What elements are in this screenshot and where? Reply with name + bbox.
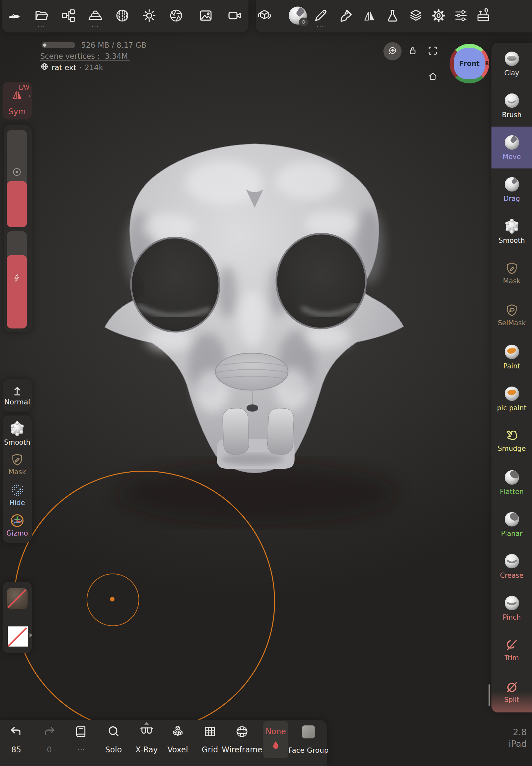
object-vertex-count: 214k [85, 63, 103, 72]
normal-mode-button[interactable]: Normal [3, 379, 32, 412]
falloff-panel [3, 582, 32, 653]
interface-sliders-icon[interactable] [453, 8, 468, 24]
grid-icon [203, 724, 217, 739]
files-folder-icon[interactable] [34, 8, 49, 24]
tool-label: Clay [504, 69, 519, 77]
tool-drag[interactable]: Drag [491, 168, 532, 210]
object-separator: · [79, 63, 81, 72]
paint-tool-icon [503, 343, 521, 361]
quick-tool-gizmo[interactable]: Gizmo [3, 510, 32, 540]
pinch-tool-icon [503, 595, 521, 612]
tool-move[interactable]: Move [491, 127, 532, 168]
snapshot-magnifier-button[interactable] [383, 42, 402, 60]
tool-smudge[interactable]: Smudge [491, 420, 532, 461]
tool-label: Smudge [498, 445, 526, 453]
topology-flask-icon[interactable] [385, 8, 400, 24]
vertices-value: 3.34M [105, 52, 128, 60]
quick-tool-mask[interactable]: Mask [3, 449, 32, 479]
intensity-bolt-icon [13, 273, 21, 283]
tool-brush[interactable]: Brush [491, 85, 532, 127]
material-paintbrush-icon[interactable] [338, 8, 353, 24]
lock-view-icon[interactable] [407, 45, 418, 57]
view-orientation-gizmo[interactable]: Front R [450, 44, 489, 83]
pic-paint-tool-icon [503, 385, 521, 403]
toolbox-icon[interactable] [476, 8, 491, 24]
face-group-button[interactable]: Face Group [286, 724, 331, 754]
planar-tool-icon [503, 511, 521, 529]
clay-tool-icon [503, 50, 521, 68]
tool-clay[interactable]: Clay [491, 43, 532, 85]
redo-icon [42, 724, 56, 739]
normal-arrow-icon [11, 385, 23, 397]
falloff-texture-thumb[interactable] [8, 626, 28, 647]
tool-settings-badge-icon[interactable] [299, 18, 308, 26]
wireframe-sphere-icon [40, 62, 49, 72]
home-view-icon[interactable] [428, 71, 438, 83]
stroke-pencil-icon[interactable] [313, 8, 328, 24]
active-tool-move-icon[interactable] [288, 6, 308, 27]
tool-label: Planar [501, 530, 522, 538]
tool-planar[interactable]: Planar [491, 503, 532, 545]
sym-lw-badge: L/W [19, 84, 29, 91]
falloff-expand-arrow[interactable] [30, 633, 32, 638]
intensity-slider-thumb[interactable] [7, 255, 27, 328]
normal-label: Normal [4, 398, 30, 406]
selmask-tool-icon [504, 303, 519, 318]
sidebar-scrollbar[interactable] [489, 684, 490, 706]
symmetry-mirror-icon[interactable] [362, 8, 376, 24]
tool-sidebar: Clay Brush Move Drag Smooth Mask SelMask… [491, 43, 532, 712]
tool-label: Smooth [499, 237, 525, 244]
tool-mask[interactable]: Mask [491, 252, 532, 294]
more-label: ··· [78, 745, 85, 754]
undo-icon [9, 724, 23, 739]
hide-dots-icon [9, 482, 25, 498]
tool-label: Flatten [500, 488, 524, 496]
tool-smooth[interactable]: Smooth [491, 210, 532, 252]
symmetry-panel[interactable]: L/W › Sym [3, 82, 32, 119]
tool-label: Trim [504, 654, 519, 662]
front-face[interactable]: Front [454, 48, 485, 79]
tool-selmask[interactable]: SelMask [491, 294, 532, 336]
selected-object-row[interactable]: rat ext · 214k [40, 62, 103, 72]
matcap-sphere-icon[interactable] [115, 8, 130, 24]
object-name: rat ext [52, 63, 76, 72]
paint-drop-icon [270, 739, 282, 751]
background-image-icon[interactable] [198, 8, 213, 24]
face-group-chip-icon [302, 725, 315, 738]
front-label: Front [459, 60, 480, 67]
quick-tool-hide[interactable]: Hide [3, 479, 32, 510]
radius-slider-thumb[interactable] [7, 181, 27, 227]
tool-label: Paint [503, 362, 520, 370]
fullscreen-icon[interactable] [428, 45, 438, 57]
brush-radius-ring[interactable] [14, 471, 275, 732]
tool-pic-paint[interactable]: pic paint [491, 378, 532, 420]
mask-tool-icon [504, 261, 519, 276]
light-sun-icon[interactable] [142, 8, 157, 24]
camera-video-icon[interactable] [227, 8, 242, 24]
xray-label: X-Ray [136, 745, 158, 754]
tool-crease[interactable]: Crease [491, 545, 532, 587]
quick-tool-label: Gizmo [6, 529, 28, 537]
tool-label: Brush [502, 111, 522, 119]
tool-label: Crease [500, 572, 524, 579]
tool-pinch[interactable]: Pinch [491, 587, 532, 629]
settings-gear-icon[interactable] [431, 8, 446, 24]
scene-info: 526 MB / 8.17 GB Scene vertices： 3.34M [40, 40, 128, 61]
postprocess-aperture-icon[interactable] [169, 8, 184, 24]
book-icon [74, 724, 88, 739]
nomad-logo-icon[interactable] [7, 8, 22, 25]
trim-tool-icon [504, 638, 519, 653]
tool-paint[interactable]: Paint [491, 336, 532, 378]
falloff-material-thumb[interactable] [7, 588, 28, 609]
node-graph-icon[interactable] [61, 8, 76, 24]
layers-icon[interactable] [408, 8, 423, 24]
folder-overflow-dots: ··· [38, 23, 45, 30]
scene-pyramid-icon[interactable] [88, 8, 103, 24]
brush-tool-icon [503, 92, 521, 110]
none-label: None [266, 727, 286, 736]
quick-tool-smooth[interactable]: Smooth [3, 418, 32, 449]
transform-cube-icon[interactable] [257, 8, 272, 25]
brush-center-dot [110, 597, 115, 602]
tool-trim[interactable]: Trim [491, 629, 532, 671]
tool-flatten[interactable]: Flatten [491, 461, 532, 503]
